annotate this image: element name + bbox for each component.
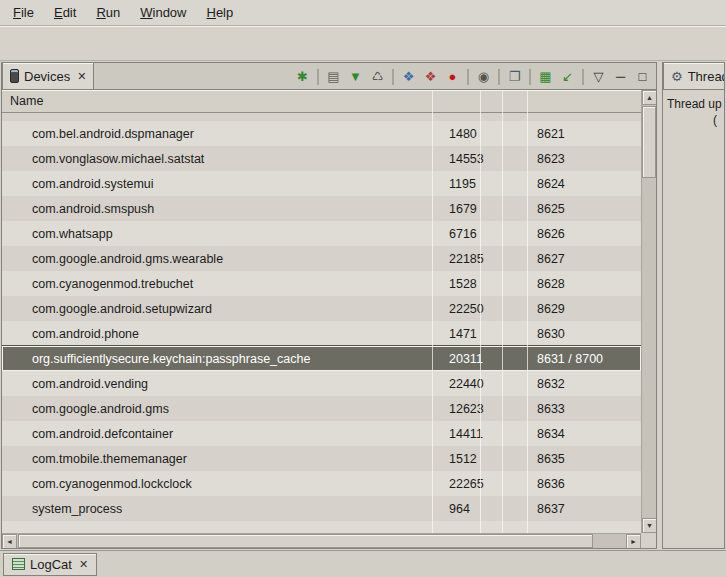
table-row[interactable]: com.android.phone 1471 8630 [2,321,641,346]
threads-icon: ⚙ [671,69,683,84]
process-pid: 22440 [432,377,527,391]
table-row[interactable]: org.sufficientlysecure.keychain:passphra… [2,346,641,371]
tab-devices-label: Devices [24,69,70,84]
process-name: com.android.smspush [2,202,432,216]
process-pid: 20311 [432,352,527,366]
horizontal-scroll-thumb[interactable] [18,534,593,548]
close-icon[interactable]: ✕ [79,558,88,571]
tab-logcat[interactable]: LogCat ✕ [3,553,97,576]
update-threads-icon[interactable]: ❖ [398,66,419,87]
logcat-icon [12,558,25,570]
vertical-scrollbar[interactable]: ▲ ▼ [641,90,656,533]
table-row[interactable]: com.android.vending 22440 8632 [2,371,641,396]
process-port: 8629 [527,302,641,316]
process-port: 8624 [527,177,641,191]
menu-edit[interactable]: Edit [44,1,86,24]
toolbar-separator [392,69,394,85]
process-name: com.google.android.gms [2,402,432,416]
process-name: com.google.android.gms.wearable [2,252,432,266]
table-row[interactable]: com.android.smspush 1679 8625 [2,196,641,221]
dump-hprof-icon[interactable]: ▼ [345,66,366,87]
scroll-left-icon[interactable]: ◄ [2,534,17,548]
table-header-name: Name [2,90,641,113]
process-port: 8621 [527,127,641,141]
vertical-scroll-thumb[interactable] [642,106,656,178]
process-pid: 1195 [432,177,527,191]
menu-file[interactable]: File [3,1,44,24]
process-pid: 6716 [432,227,527,241]
scroll-up-icon[interactable]: ▲ [642,90,656,105]
main-toolbar-strip [0,26,726,61]
scroll-down-icon[interactable]: ▼ [642,518,656,533]
minimize-icon[interactable]: ─ [610,66,631,87]
update-heap-icon[interactable]: ▤ [323,66,344,87]
table-row[interactable]: com.google.android.gms 12623 8633 [2,396,641,421]
scroll-right-icon[interactable]: ► [626,534,641,548]
process-pid: 22265 [432,477,527,491]
threads-message: Thread up ( [663,90,724,134]
process-port: 8625 [527,202,641,216]
process-port: 8626 [527,227,641,241]
process-pid: 22250 [432,302,527,316]
menu-run[interactable]: Run [86,1,130,24]
view-menu-icon[interactable]: ▽ [588,66,609,87]
table-row[interactable]: com.android.systemui 1195 8624 [2,171,641,196]
process-name: com.cyanogenmod.lockclock [2,477,432,491]
menu-window[interactable]: Window [130,1,196,24]
maximize-icon[interactable]: □ [632,66,653,87]
process-pid: 22185 [432,252,527,266]
table-row[interactable]: com.cyanogenmod.lockclock 22265 8636 [2,471,641,496]
process-pid: 1480 [432,127,527,141]
screen-capture-icon[interactable]: ◉ [473,66,494,87]
process-name: com.google.android.setupwizard [2,302,432,316]
process-pid: 1528 [432,277,527,291]
table-row[interactable]: com.vonglasow.michael.satstat 14553 8623 [2,146,641,171]
table-row[interactable]: com.bel.android.dspmanager 1480 8621 [2,121,641,146]
process-name: com.vonglasow.michael.satstat [2,152,432,166]
toolbar-separator [582,69,584,85]
process-name: system_process [2,502,432,516]
toolbar-separator [467,69,469,85]
close-icon[interactable]: ✕ [77,70,86,83]
method-profiling-icon[interactable]: ❖ [420,66,441,87]
process-port: 8623 [527,152,641,166]
process-name: com.bel.android.dspmanager [2,127,432,141]
tab-devices[interactable]: Devices ✕ [2,63,94,89]
process-name: com.tmobile.thememanager [2,452,432,466]
menu-bar: FileEditRunWindowHelp [0,0,726,26]
table-row[interactable]: com.cyanogenmod.trebuchet 1528 8628 [2,271,641,296]
systrace-icon[interactable]: ↙ [557,66,578,87]
threads-tabbar: ⚙ Threads [663,63,724,90]
process-port: 8636 [527,477,641,491]
horizontal-scrollbar[interactable]: ◄ ► [2,533,641,548]
toolbar-separator [529,69,531,85]
debug-process-icon[interactable]: ✱ [292,66,313,87]
table-row[interactable]: com.google.android.setupwizard 22250 862… [2,296,641,321]
process-pid: 1679 [432,202,527,216]
ui-hierarchy-icon[interactable]: ▦ [535,66,556,87]
table-row[interactable]: com.google.android.gms.wearable 22185 86… [2,246,641,271]
process-port: 8632 [527,377,641,391]
scrollbar-corner [641,533,656,548]
threads-view: ⚙ Threads Thread up ( [662,62,725,549]
table-row[interactable]: com.android.defcontainer 14411 8634 [2,421,641,446]
process-pid: 964 [432,502,527,516]
bottom-bar: LogCat ✕ [0,550,726,577]
process-pid: 12623 [432,402,527,416]
tab-threads[interactable]: ⚙ Threads [663,63,724,89]
process-port: 8627 [527,252,641,266]
process-name: com.android.systemui [2,177,432,191]
tab-logcat-label: LogCat [30,557,72,572]
process-name: org.sufficientlysecure.keychain:passphra… [2,352,432,366]
table-row[interactable]: system_process 964 8637 [2,496,641,521]
menu-help[interactable]: Help [196,1,243,24]
cause-gc-icon[interactable]: ♺ [367,66,388,87]
screen-mirror-icon[interactable]: ❐ [504,66,525,87]
process-rows: com.bel.android.dspmanager 1480 8621 com… [2,121,641,521]
process-port: 8637 [527,502,641,516]
table-row[interactable]: com.whatsapp 6716 8626 [2,221,641,246]
process-port: 8628 [527,277,641,291]
table-row[interactable]: com.tmobile.thememanager 1512 8635 [2,446,641,471]
process-pid: 1512 [432,452,527,466]
stop-process-icon[interactable]: ● [442,66,463,87]
